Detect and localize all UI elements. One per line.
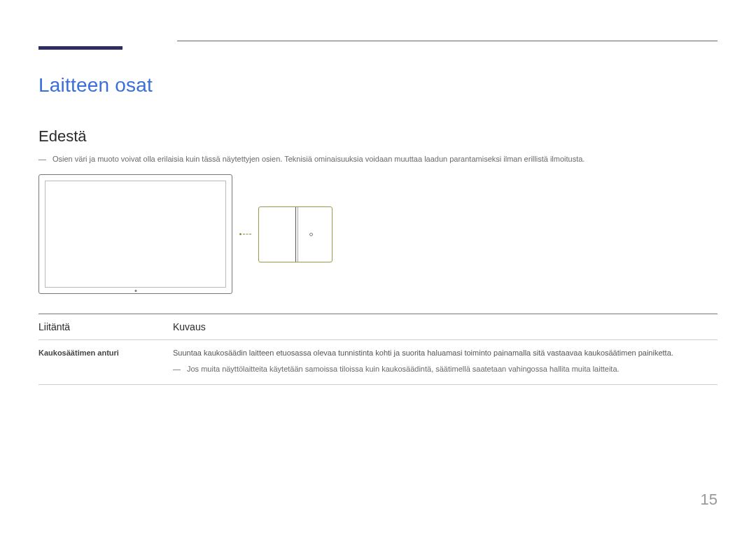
spec-table: Liitäntä Kuvaus Kaukosäätimen anturi Suu… <box>38 314 718 385</box>
table-row: Kaukosäätimen anturi Suuntaa kaukosäädin… <box>38 340 718 385</box>
description-cell: Suuntaa kaukosäädin laitteen etuosassa o… <box>173 340 718 385</box>
port-name-cell: Kaukosäätimen anturi <box>38 340 173 385</box>
description-text: Suuntaa kaukosäädin laitteen etuosassa o… <box>173 349 673 357</box>
device-front-outline <box>38 174 232 294</box>
description-note: Jos muita näyttölaitteita käytetään samo… <box>173 363 718 375</box>
leader-dash-icon <box>243 234 251 234</box>
heading-main: Laitteen osat <box>38 74 718 97</box>
table-header-row: Liitäntä Kuvaus <box>38 314 718 340</box>
heading-sub: Edestä <box>38 127 718 146</box>
top-note: Osien väri ja muoto voivat olla erilaisi… <box>38 154 718 164</box>
sensor-zoom-dot-icon <box>309 232 313 236</box>
zoom-edge-line <box>298 207 298 262</box>
header-rule-bar <box>38 46 122 50</box>
document-page: Laitteen osat Edestä Osien väri ja muoto… <box>0 0 756 534</box>
column-header-description: Kuvaus <box>173 314 718 340</box>
device-screen-inner <box>45 181 226 288</box>
front-diagram <box>38 174 718 294</box>
zoom-center-line <box>295 207 296 262</box>
sensor-dot-icon <box>134 290 136 292</box>
leader-line <box>239 233 251 235</box>
header-rule-line <box>177 41 718 41</box>
page-number: 15 <box>701 491 718 509</box>
leader-dot-icon <box>239 233 241 235</box>
header-rule <box>38 41 718 55</box>
sensor-zoom-outline <box>258 206 332 262</box>
column-header-port: Liitäntä <box>38 314 173 340</box>
